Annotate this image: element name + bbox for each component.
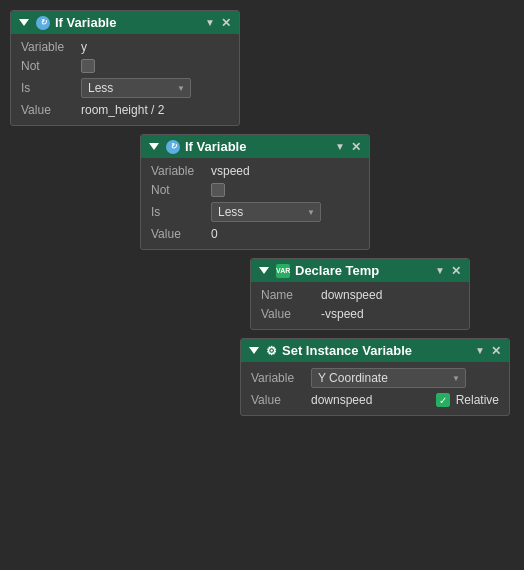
value-label-2: Value	[151, 227, 203, 241]
close-icon[interactable]: ✕	[221, 16, 231, 30]
is-dropdown[interactable]: Less	[81, 78, 191, 98]
header-controls-3: ▼ ✕	[435, 264, 461, 278]
block-title-3: Declare Temp	[295, 263, 379, 278]
menu-arrow-icon-2[interactable]: ▼	[335, 141, 345, 152]
close-icon-4[interactable]: ✕	[491, 344, 501, 358]
collapse-triangle-icon-3[interactable]	[259, 267, 269, 274]
set-instance-variable-block: ⚙ Set Instance Variable ▼ ✕ Variable Y C…	[240, 338, 510, 416]
block-title-2: If Variable	[185, 139, 246, 154]
value-value: room_height / 2	[81, 103, 164, 117]
value-label-3: Value	[261, 307, 313, 321]
header-left-2: ↻ If Variable	[149, 139, 246, 154]
value-value-4: downspeed	[311, 393, 372, 407]
not-row-2: Not	[151, 183, 359, 197]
not-row: Not	[21, 59, 229, 73]
block-body-2: Variable vspeed Not Is Less Value 0	[141, 158, 369, 249]
if-icon-2: ↻	[166, 140, 180, 154]
block-title-4: Set Instance Variable	[282, 343, 412, 358]
header-left-1: ↻ If Variable	[19, 15, 116, 30]
var-icon: VAR	[276, 264, 290, 278]
if-icon: ↻	[36, 16, 50, 30]
value-label-4: Value	[251, 393, 303, 407]
variable-value-2: vspeed	[211, 164, 250, 178]
header-left-4: ⚙ Set Instance Variable	[249, 343, 412, 358]
header-left-3: VAR Declare Temp	[259, 263, 379, 278]
block-body-1: Variable y Not Is Less Value room_height…	[11, 34, 239, 125]
value-value-3: -vspeed	[321, 307, 364, 321]
relative-container: Relative	[436, 393, 499, 407]
value-value-2: 0	[211, 227, 218, 241]
variable-row-2: Variable vspeed	[151, 164, 359, 178]
if-variable-block-2: ↻ If Variable ▼ ✕ Variable vspeed Not Is…	[140, 134, 370, 250]
is-label: Is	[21, 81, 73, 95]
variable-label-2: Variable	[151, 164, 203, 178]
menu-arrow-icon-3[interactable]: ▼	[435, 265, 445, 276]
is-label-2: Is	[151, 205, 203, 219]
menu-arrow-icon-4[interactable]: ▼	[475, 345, 485, 356]
is-row: Is Less	[21, 78, 229, 98]
value-row-3: Value -vspeed	[261, 307, 459, 321]
block-header-1: ↻ If Variable ▼ ✕	[11, 11, 239, 34]
variable-value: y	[81, 40, 87, 54]
variable-label-4: Variable	[251, 371, 303, 385]
value-row: Value room_height / 2	[21, 103, 229, 117]
relative-checkbox[interactable]	[436, 393, 450, 407]
collapse-triangle-icon-2[interactable]	[149, 143, 159, 150]
if-variable-block-1: ↻ If Variable ▼ ✕ Variable y Not Is Less…	[10, 10, 240, 126]
block-body-3: Name downspeed Value -vspeed	[251, 282, 469, 329]
collapse-triangle-icon-4[interactable]	[249, 347, 259, 354]
block-title-1: If Variable	[55, 15, 116, 30]
block-header-3: VAR Declare Temp ▼ ✕	[251, 259, 469, 282]
set-icon: ⚙	[266, 344, 277, 358]
not-checkbox[interactable]	[81, 59, 95, 73]
block-body-4: Variable Y Coordinate Value downspeed Re…	[241, 362, 509, 415]
variable-row: Variable y	[21, 40, 229, 54]
close-icon-2[interactable]: ✕	[351, 140, 361, 154]
header-controls-1: ▼ ✕	[205, 16, 231, 30]
variable-label: Variable	[21, 40, 73, 54]
is-dropdown-2[interactable]: Less	[211, 202, 321, 222]
value-label: Value	[21, 103, 73, 117]
value-row-2: Value 0	[151, 227, 359, 241]
relative-label: Relative	[456, 393, 499, 407]
value-row-4: Value downspeed Relative	[251, 393, 499, 407]
variable-row-4: Variable Y Coordinate	[251, 368, 499, 388]
menu-arrow-icon[interactable]: ▼	[205, 17, 215, 28]
close-icon-3[interactable]: ✕	[451, 264, 461, 278]
name-label: Name	[261, 288, 313, 302]
is-row-2: Is Less	[151, 202, 359, 222]
header-controls-4: ▼ ✕	[475, 344, 501, 358]
not-label-2: Not	[151, 183, 203, 197]
header-controls-2: ▼ ✕	[335, 140, 361, 154]
name-row: Name downspeed	[261, 288, 459, 302]
block-header-2: ↻ If Variable ▼ ✕	[141, 135, 369, 158]
declare-temp-block: VAR Declare Temp ▼ ✕ Name downspeed Valu…	[250, 258, 470, 330]
variable-dropdown-4[interactable]: Y Coordinate	[311, 368, 466, 388]
not-checkbox-2[interactable]	[211, 183, 225, 197]
block-header-4: ⚙ Set Instance Variable ▼ ✕	[241, 339, 509, 362]
collapse-triangle-icon[interactable]	[19, 19, 29, 26]
name-value: downspeed	[321, 288, 382, 302]
not-label: Not	[21, 59, 73, 73]
